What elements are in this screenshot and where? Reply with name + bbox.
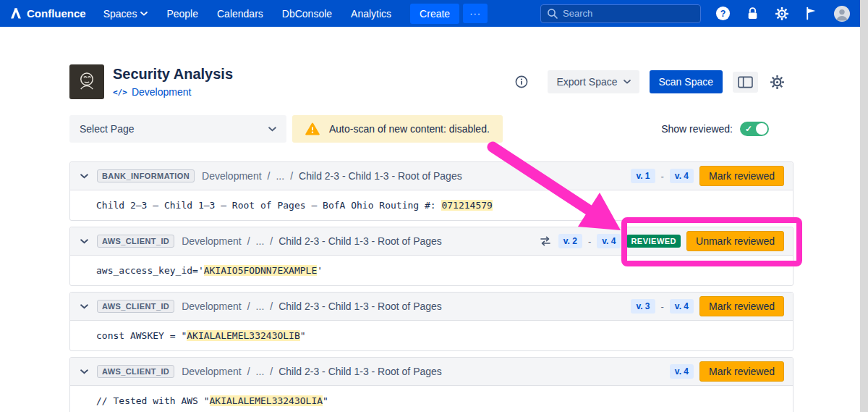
finding-type-badge: AWS_CLIENT_ID [97,365,174,378]
lock-icon[interactable] [746,7,759,20]
more-actions-button[interactable]: ··· [463,4,488,23]
version-separator: - [661,171,664,182]
confluence-logo-brand[interactable]: Confluence [10,7,86,20]
code-text: " [323,395,328,406]
mark-reviewed-button[interactable]: Mark reviewed [699,166,784,186]
create-button[interactable]: Create [410,4,459,24]
chevron-down-icon [140,12,148,16]
space-header: Security Analysis </> Development Export… [69,64,793,99]
breadcrumb-space-link[interactable]: Development [182,300,242,312]
avatar[interactable] [833,5,851,22]
info-icon[interactable] [514,75,529,89]
finding-card-aws-client-id-reviewed: AWS_CLIENT_ID Development / ... / Child … [69,227,793,286]
nav-item-spaces[interactable]: Spaces [103,8,148,20]
code-space-icon: </> [113,88,127,97]
space-link-row: </> Development [113,86,233,98]
finding-type-badge: AWS_CLIENT_ID [97,300,174,313]
show-reviewed-toggle[interactable]: ✓ [740,122,769,136]
global-search[interactable] [540,4,701,23]
breadcrumb: Development / ... / Child 2-3 - Child 1-… [182,366,442,377]
chevron-down-icon [624,80,631,84]
layout-columns-button[interactable] [733,72,758,93]
version-to-chip[interactable]: v. 4 [597,234,621,248]
finding-code: // Tested with AWS "AKIALALEMEL33243OLIA… [70,385,793,412]
breadcrumb-separator: / [270,235,273,247]
version-separator: - [588,236,591,247]
unmark-reviewed-button[interactable]: Unmark reviewed [686,231,784,251]
version-from-chip[interactable]: v. 1 [631,169,655,183]
space-avatar[interactable] [69,64,104,99]
gear-icon[interactable] [775,7,789,21]
finding-code: aws_access_key_id='AKIAIO5FODNN7EXAMPLE' [70,255,793,285]
breadcrumb-page-link[interactable]: Child 2-3 - Child 1-3 - Root of Pages [278,366,442,377]
breadcrumb-space-link[interactable]: Development [182,235,242,247]
confluence-logo-icon [10,8,22,19]
select-page-dropdown[interactable]: Select Page [69,115,286,143]
chevron-down-icon[interactable] [79,172,90,180]
mark-reviewed-button[interactable]: Mark reviewed [699,361,784,382]
autoscan-warning-banner: Auto-scan of new content: disabled. [292,115,503,143]
breadcrumb-space-link[interactable]: Development [202,170,262,182]
breadcrumb-page-link[interactable]: Child 2-3 - Child 1-3 - Root of Pages [299,170,462,182]
breadcrumb-ellipsis[interactable]: ... [276,170,284,182]
nav-item-calendars[interactable]: Calendars [217,8,263,20]
help-icon[interactable]: ? [715,6,731,21]
finding-card-aws-client-id-2: AWS_CLIENT_ID Development / ... / Child … [69,292,793,351]
page-title: Security Analysis [113,66,233,83]
breadcrumb: Development / ... / Child 2-3 - Child 1-… [182,300,442,312]
version-to-chip[interactable]: v. 4 [670,364,694,379]
brand-label: Confluence [27,7,86,20]
breadcrumb-ellipsis[interactable]: ... [256,366,265,377]
chevron-down-icon[interactable] [79,237,90,245]
breadcrumb-ellipsis[interactable]: ... [256,235,265,247]
code-text: " [300,330,306,341]
compare-changes-icon[interactable] [540,235,551,247]
breadcrumb-separator: / [270,366,273,377]
show-reviewed-label: Show reviewed: [661,123,733,135]
chevron-down-icon [268,127,276,132]
flag-icon[interactable] [805,7,817,20]
version-from-chip[interactable]: v. 3 [631,299,655,314]
chevron-down-icon[interactable] [79,368,90,376]
finding-type-badge: AWS_CLIENT_ID [97,235,174,248]
nav-item-analytics[interactable]: Analytics [351,8,391,20]
finding-code: Child 2–3 – Child 1–3 – Root of Pages – … [70,190,793,220]
top-navbar: Confluence Spaces People Calendars DbCon… [0,0,868,27]
nav-item-label: Spaces [103,8,137,20]
version-to-chip[interactable]: v. 4 [670,299,694,314]
finding-card-aws-client-id-3: AWS_CLIENT_ID Development / ... / Child … [69,357,793,412]
version-to-chip[interactable]: v. 4 [670,169,694,183]
scan-space-button[interactable]: Scan Space [650,70,723,93]
code-highlight: AKIALALEMEL33243OLIA [210,395,323,406]
nav-item-dbconsole[interactable]: DbConsole [282,8,332,20]
code-highlight: AKIAIO5FODNN7EXAMPLE [204,265,318,276]
scrollbar-track[interactable] [860,0,868,412]
export-space-button[interactable]: Export Space [548,70,639,93]
export-space-label: Export Space [556,76,617,88]
code-text: ' [317,265,323,276]
breadcrumb-ellipsis[interactable]: ... [256,300,265,312]
breadcrumb-separator: / [247,366,250,377]
svg-text:?: ? [720,9,726,19]
check-icon: ✓ [745,123,752,135]
space-settings-gear-icon[interactable] [768,73,786,91]
breadcrumb: Development / ... / Child 2-3 - Child 1-… [182,235,442,247]
warning-text: Auto-scan of new content: disabled. [329,123,490,135]
breadcrumb-separator: / [290,170,293,182]
breadcrumb-page-link[interactable]: Child 2-3 - Child 1-3 - Root of Pages [278,300,442,312]
mark-reviewed-button[interactable]: Mark reviewed [699,296,784,316]
select-page-label: Select Page [80,123,135,135]
breadcrumb-page-link[interactable]: Child 2-3 - Child 1-3 - Root of Pages [278,235,442,247]
space-link[interactable]: Development [132,86,192,98]
chevron-down-icon[interactable] [79,303,90,311]
finding-type-badge: BANK_INFORMATION [97,169,195,182]
show-reviewed-control: Show reviewed: ✓ [661,122,769,136]
code-highlight: AKIALALEMEL33243OLIB [187,330,300,341]
search-icon [547,8,558,20]
version-separator: - [661,301,664,312]
search-input[interactable] [563,8,694,19]
version-from-chip[interactable]: v. 2 [558,234,582,248]
nav-item-people[interactable]: People [166,8,198,20]
finding-card-bank-information: BANK_INFORMATION Development / ... / Chi… [69,161,793,221]
breadcrumb-space-link[interactable]: Development [182,366,242,377]
